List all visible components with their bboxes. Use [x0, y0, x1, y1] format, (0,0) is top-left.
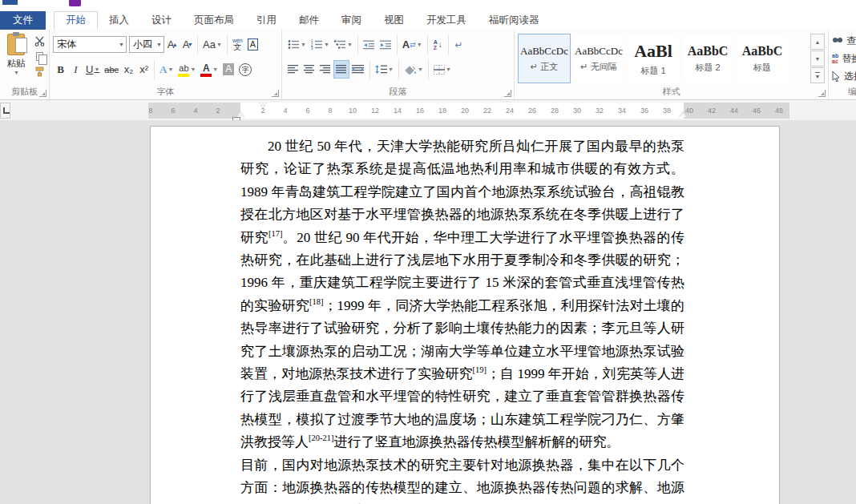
tab-page-layout[interactable]: 页面布局: [183, 11, 245, 30]
multilevel-list-button[interactable]: ▼: [332, 35, 355, 54]
paragraph-dialog-launcher[interactable]: [504, 90, 511, 97]
character-shading-button[interactable]: A: [220, 60, 236, 79]
show-marks-button[interactable]: ↵: [451, 35, 466, 54]
style-name: ↵ 正文: [531, 61, 558, 73]
font-name-dropdown-icon[interactable]: ▼: [116, 42, 124, 47]
highlight-color-button[interactable]: ab ▼: [176, 60, 198, 79]
align-center-button[interactable]: [301, 60, 317, 79]
scissors-icon: [34, 36, 45, 46]
change-case-button[interactable]: Aa▼: [200, 35, 224, 54]
ruler-number: 36: [640, 103, 648, 119]
style-item-标题 1[interactable]: AaBl标题 1: [627, 34, 680, 83]
find-button[interactable]: 查找: [832, 32, 856, 50]
tab-view[interactable]: 视图: [373, 11, 415, 30]
superscript-button[interactable]: x²: [136, 60, 151, 79]
shading-button[interactable]: ▼: [402, 60, 426, 79]
tab-references[interactable]: 引用: [245, 11, 288, 30]
align-right-icon: [320, 65, 331, 74]
select-button[interactable]: 选择: [832, 67, 856, 85]
editing-group-label: 编辑: [829, 86, 856, 98]
font-size-dropdown-icon[interactable]: ▼: [154, 42, 162, 47]
phonetic-guide-icon: wén 文: [232, 38, 243, 51]
style-preview: AaBbC: [742, 44, 783, 58]
style-item-无间隔[interactable]: AaBbCcDc↵ 无间隔: [572, 34, 625, 83]
cut-button[interactable]: [33, 34, 46, 47]
style-scroll-down-button[interactable]: ▼: [810, 50, 825, 67]
increase-indent-button[interactable]: [378, 35, 394, 54]
borders-button[interactable]: ▼: [431, 60, 454, 79]
grow-font-letter: A: [168, 38, 175, 50]
style-gallery-scroll: ▲ ▼ ▼: [810, 34, 825, 83]
strikethrough-button[interactable]: abc: [102, 60, 121, 79]
style-gallery-more-button[interactable]: ▼: [810, 67, 825, 83]
document-page[interactable]: 20 世纪 50 年代，天津大学热能研究所吕灿仁开展了国内最早的热泵研究，论证了…: [150, 126, 780, 504]
horizontal-ruler[interactable]: 8642246810121416182022242628303234363840…: [148, 103, 789, 119]
ruler-number: 18: [438, 103, 446, 119]
tab-design[interactable]: 设计: [140, 11, 183, 30]
tab-home[interactable]: 开始: [54, 11, 98, 30]
first-line-indent-marker[interactable]: [259, 103, 267, 108]
tab-foxit-reader[interactable]: 福昕阅读器: [478, 11, 551, 30]
tab-insert[interactable]: 插入: [98, 11, 140, 30]
editing-group: 查找abac替换选择 编辑: [829, 30, 856, 99]
numbered-list-icon: 1 2 3: [311, 39, 323, 50]
ruler-number: 28: [551, 103, 559, 119]
font-name-value: 宋体: [57, 38, 76, 51]
clipboard-dialog-launcher[interactable]: [39, 90, 46, 97]
font-name-combobox[interactable]: 宋体 ▼: [53, 36, 127, 53]
decrease-indent-button[interactable]: [361, 35, 378, 54]
sort-button[interactable]: AZ ↓: [430, 35, 446, 54]
style-item-标题[interactable]: AaBbC标题: [736, 34, 789, 83]
tab-review[interactable]: 审阅: [330, 11, 373, 30]
format-painter-button[interactable]: [33, 65, 46, 78]
underline-button[interactable]: U▼: [83, 60, 102, 79]
grow-font-button[interactable]: A: [164, 35, 180, 54]
tab-stop-selector[interactable]: [0, 103, 10, 119]
tab-file[interactable]: 文件: [0, 11, 46, 30]
hanging-indent-marker[interactable]: [236, 111, 244, 117]
paste-dropdown-arrow[interactable]: ▼: [3, 70, 30, 75]
copy-button[interactable]: [33, 50, 46, 62]
tab-mailings[interactable]: 邮件: [288, 11, 330, 30]
style-item-正文[interactable]: AaBbCcDc↵ 正文: [518, 34, 571, 83]
font-color-button[interactable]: A ▼: [198, 60, 220, 79]
citation-ref: [19]: [473, 365, 487, 374]
distribute-button[interactable]: [349, 60, 367, 79]
line-spacing-button[interactable]: ▼: [373, 60, 396, 79]
format-painter-icon: [34, 67, 45, 77]
bold-icon: B: [57, 63, 64, 76]
character-scaling-button[interactable]: A ⇄▼: [400, 35, 425, 54]
bold-button[interactable]: B: [53, 60, 68, 79]
text-effects-button[interactable]: A▼: [157, 60, 176, 79]
italic-button[interactable]: I: [68, 60, 83, 79]
underline-icon: U: [86, 63, 93, 75]
strikethrough-icon: abc: [104, 65, 119, 75]
word-app-icon: [2, 0, 18, 5]
styles-dialog-launcher[interactable]: [818, 90, 826, 97]
enclose-characters-button[interactable]: 字: [236, 60, 254, 79]
replace-icon: abac: [832, 53, 838, 64]
subscript-button[interactable]: x₂: [121, 60, 136, 79]
align-right-button[interactable]: [317, 60, 333, 79]
bullets-button[interactable]: ▼: [285, 35, 309, 54]
document-text[interactable]: 20 世纪 50 年代，天津大学热能研究所吕灿仁开展了国内最早的热泵研究，论证了…: [240, 135, 684, 504]
replace-button[interactable]: abac替换: [832, 50, 856, 67]
font-dialog-launcher[interactable]: [272, 90, 279, 97]
shrink-font-button[interactable]: A: [180, 35, 195, 54]
ruler-number: 30: [573, 103, 581, 119]
phonetic-guide-button[interactable]: wén 文: [230, 35, 245, 54]
right-indent-marker[interactable]: [679, 111, 687, 117]
tab-developer[interactable]: 开发工具: [415, 11, 478, 30]
justify-icon: [336, 65, 347, 74]
numbering-button[interactable]: 1 2 3 ▼: [309, 35, 332, 54]
style-scroll-up-button[interactable]: ▲: [810, 34, 825, 50]
ruler-number: 2: [216, 103, 220, 119]
style-item-标题 2[interactable]: AaBbC标题 2: [681, 34, 734, 83]
select-label: 选择: [844, 70, 856, 83]
justify-button[interactable]: [333, 60, 349, 79]
character-border-button[interactable]: A: [245, 35, 260, 54]
font-size-combobox[interactable]: 小四 ▼: [129, 36, 164, 53]
align-left-button[interactable]: [285, 60, 301, 79]
style-preview: AaBl: [634, 41, 672, 62]
separator: [154, 60, 155, 79]
